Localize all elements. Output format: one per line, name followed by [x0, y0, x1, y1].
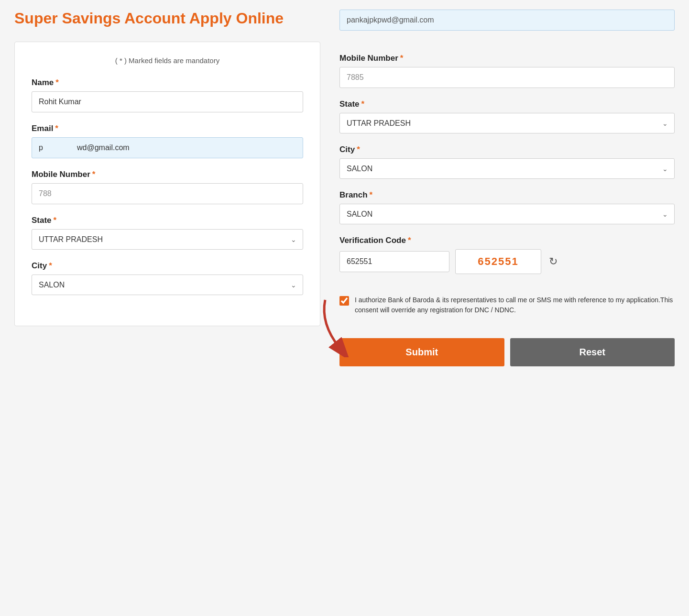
city-select-wrapper: SALON ⌄: [32, 275, 303, 295]
email-group: Email*: [32, 124, 303, 158]
name-label: Name*: [32, 78, 303, 88]
right-column: Mobile Number* State* UTTAR PRADESH ⌄: [339, 10, 675, 366]
state-select-wrapper: UTTAR PRADESH ⌄: [32, 229, 303, 250]
city-required-star: *: [49, 261, 52, 270]
branch-select[interactable]: SALON: [339, 204, 675, 224]
name-required-star: *: [55, 78, 59, 87]
email-required-star: *: [55, 124, 58, 133]
submit-button[interactable]: Submit: [339, 338, 504, 366]
name-input[interactable]: [32, 91, 303, 112]
verification-group: Verification Code* 652551 ↻: [339, 236, 675, 274]
state-group: State* UTTAR PRADESH ⌄: [32, 216, 303, 250]
branch-required-star: *: [370, 190, 373, 199]
verification-input[interactable]: [339, 251, 449, 272]
mobile-group: Mobile Number*: [32, 170, 303, 204]
city-select[interactable]: SALON: [32, 275, 303, 295]
right-mobile-required-star: *: [400, 54, 404, 63]
reset-button[interactable]: Reset: [510, 338, 675, 366]
mobile-label: Mobile Number*: [32, 170, 303, 179]
consent-row: I authorize Bank of Baroda & its represe…: [339, 295, 675, 315]
verification-label: Verification Code*: [339, 236, 675, 245]
right-mobile-label: Mobile Number*: [339, 54, 675, 63]
state-required-star: *: [54, 216, 57, 225]
city-label: City*: [32, 261, 303, 271]
right-state-select-wrapper: UTTAR PRADESH ⌄: [339, 113, 675, 133]
branch-group: Branch* SALON ⌄: [339, 190, 675, 224]
verification-code-display: 652551: [455, 249, 541, 274]
branch-label: Branch*: [339, 190, 675, 200]
city-group: City* SALON ⌄: [32, 261, 303, 295]
consent-checkbox[interactable]: [339, 296, 349, 306]
right-city-select-wrapper: SALON ⌄: [339, 158, 675, 179]
left-column: Super Savings Account Apply Online ( * )…: [14, 10, 320, 366]
email-input[interactable]: [32, 137, 303, 158]
consent-text: I authorize Bank of Baroda & its represe…: [355, 295, 675, 315]
right-state-group: State* UTTAR PRADESH ⌄: [339, 99, 675, 133]
right-email-input[interactable]: [339, 10, 675, 31]
right-state-required-star: *: [361, 99, 365, 109]
name-group: Name*: [32, 78, 303, 112]
mandatory-note: ( * ) Marked fields are mandatory: [32, 56, 303, 65]
right-city-select[interactable]: SALON: [339, 158, 675, 179]
email-label: Email*: [32, 124, 303, 133]
mobile-required-star: *: [92, 170, 96, 179]
action-area: Submit Reset: [339, 333, 675, 366]
right-mobile-group: Mobile Number*: [339, 54, 675, 88]
action-buttons: Submit Reset: [339, 338, 675, 366]
right-city-group: City* SALON ⌄: [339, 145, 675, 179]
verification-required-star: *: [408, 236, 411, 245]
mobile-input[interactable]: [32, 183, 303, 204]
state-label: State*: [32, 216, 303, 225]
right-mobile-input[interactable]: [339, 67, 675, 88]
right-state-select[interactable]: UTTAR PRADESH: [339, 113, 675, 133]
verification-row: 652551 ↻: [339, 249, 675, 274]
refresh-button[interactable]: ↻: [547, 253, 559, 270]
page-title: Super Savings Account Apply Online: [14, 10, 320, 27]
branch-select-wrapper: SALON ⌄: [339, 204, 675, 224]
left-form-card: ( * ) Marked fields are mandatory Name* …: [14, 42, 320, 326]
right-state-label: State*: [339, 99, 675, 109]
right-form: Mobile Number* State* UTTAR PRADESH ⌄: [339, 10, 675, 366]
state-select[interactable]: UTTAR PRADESH: [32, 229, 303, 250]
right-email-group: [339, 10, 675, 42]
right-city-required-star: *: [357, 145, 360, 154]
right-city-label: City*: [339, 145, 675, 154]
